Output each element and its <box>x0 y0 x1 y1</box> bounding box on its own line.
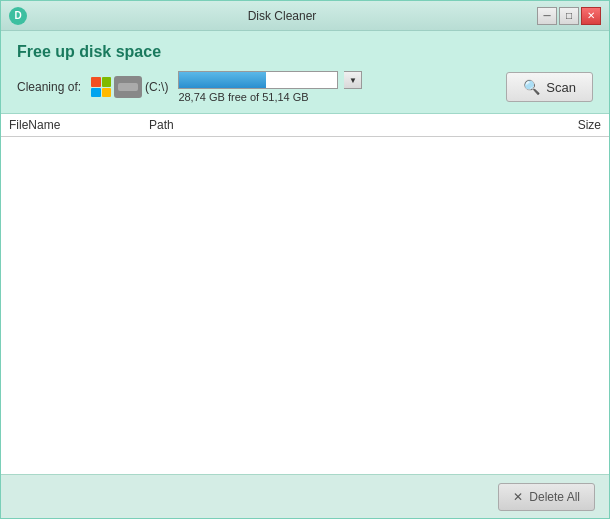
drive-dropdown-container: ▼ 28,74 GB free of 51,14 GB <box>178 71 496 103</box>
close-button[interactable]: ✕ <box>581 7 601 25</box>
title-bar: D Disk Cleaner ─ □ ✕ <box>1 1 609 31</box>
file-table: FileName Path Size <box>1 114 609 474</box>
table-body <box>1 137 609 474</box>
delete-icon: ✕ <box>513 490 523 504</box>
col-filename-header: FileName <box>9 118 149 132</box>
scan-button[interactable]: 🔍 Scan <box>506 72 593 102</box>
main-window: D Disk Cleaner ─ □ ✕ Free up disk space … <box>0 0 610 519</box>
header-section: Free up disk space Cleaning of: (C:\) <box>1 31 609 114</box>
restore-button[interactable]: □ <box>559 7 579 25</box>
hdd-icon <box>114 76 142 98</box>
page-title: Free up disk space <box>17 43 593 61</box>
delete-all-label: Delete All <box>529 490 580 504</box>
window-title: Disk Cleaner <box>27 9 537 23</box>
drive-label: (C:\) <box>145 80 168 94</box>
cleaning-of-label: Cleaning of: <box>17 80 81 94</box>
disk-space-label: 28,74 GB free of 51,14 GB <box>178 91 496 103</box>
disk-usage-bar <box>178 71 338 89</box>
progress-bar-container: ▼ <box>178 71 496 89</box>
scan-button-label: Scan <box>546 80 576 95</box>
cleaning-row: Cleaning of: (C:\) ▼ 28,74 GB <box>17 71 593 103</box>
delete-all-button[interactable]: ✕ Delete All <box>498 483 595 511</box>
app-logo: D <box>9 7 27 25</box>
table-header: FileName Path Size <box>1 114 609 137</box>
col-path-header: Path <box>149 118 521 132</box>
search-icon: 🔍 <box>523 79 540 95</box>
minimize-button[interactable]: ─ <box>537 7 557 25</box>
windows-logo-icon <box>91 77 111 97</box>
drive-dropdown-arrow[interactable]: ▼ <box>344 71 362 89</box>
window-controls: ─ □ ✕ <box>537 7 601 25</box>
footer-section: ✕ Delete All <box>1 474 609 518</box>
col-size-header: Size <box>521 118 601 132</box>
disk-usage-fill <box>179 72 266 88</box>
drive-icon-group: (C:\) <box>91 76 168 98</box>
